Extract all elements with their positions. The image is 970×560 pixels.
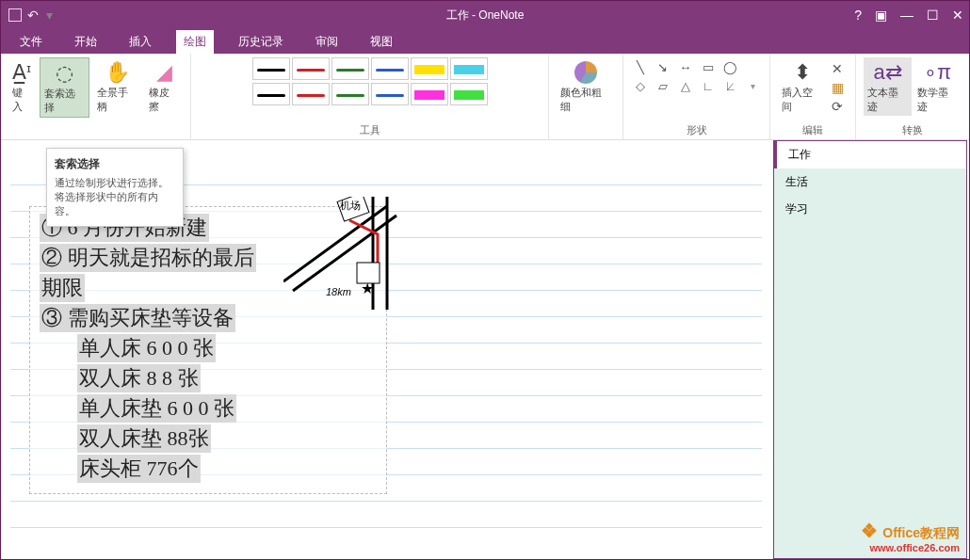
menu-bar: 文件 开始 插入 绘图 历史记录 审阅 视图: [1, 29, 969, 54]
group-convert-label: 转换: [902, 123, 923, 137]
rotate-icon[interactable]: ⟳: [832, 99, 844, 114]
note-line: 床头柜 776个: [77, 455, 201, 483]
sidebar-item-work[interactable]: 工作: [774, 141, 966, 168]
svg-line-1: [293, 216, 396, 291]
ribbon: A̲ᶦ 键入 ◌ 套索选择 ✋ 全景手柄 ◢ 橡皮擦: [1, 54, 969, 140]
note-line: 双人床垫 88张: [77, 424, 211, 453]
group-tools-label: 工具: [360, 123, 380, 137]
lasso-icon: ◌: [56, 60, 73, 87]
shape-ellipse[interactable]: ◯: [720, 57, 741, 76]
shape-diamond[interactable]: ◇: [630, 76, 651, 95]
arrange-icon[interactable]: ▦: [832, 80, 844, 95]
tooltip-body: 通过绘制形状进行选择。将选择形状中的所有内容。: [55, 177, 169, 216]
pen-red-2[interactable]: [292, 83, 330, 105]
hl-magenta[interactable]: [411, 83, 448, 105]
tab-view[interactable]: 视图: [363, 30, 400, 54]
note-line: ③ 需购买床垫等设备: [40, 304, 235, 332]
tab-draw[interactable]: 绘图: [176, 30, 214, 54]
note-line: 单人床 6 0 0 张: [77, 334, 216, 362]
gallery-more-icon[interactable]: ▾: [743, 76, 764, 95]
note-line: ② 明天就是招标的最后: [40, 244, 256, 272]
pen-blue-2[interactable]: [371, 83, 409, 105]
lasso-select-button[interactable]: ◌ 套索选择: [40, 57, 89, 118]
note-line: 期限: [40, 274, 85, 302]
ribbon-toggle-icon[interactable]: ▣: [875, 8, 887, 23]
hand-icon: ✋: [105, 59, 130, 86]
sidebar-item-study[interactable]: 学习: [774, 196, 966, 223]
qa-dropdown-icon[interactable]: ▾: [46, 8, 53, 23]
cursor-icon: A̲ᶦ: [12, 59, 32, 86]
delete-icon[interactable]: ✕: [832, 61, 844, 76]
hl-cyan[interactable]: [450, 57, 488, 80]
type-button[interactable]: A̲ᶦ 键入: [8, 57, 36, 116]
tab-file[interactable]: 文件: [12, 30, 50, 54]
shape-double-arrow[interactable]: ↔: [675, 57, 696, 76]
pan-button[interactable]: ✋ 全景手柄: [93, 57, 141, 116]
pen-row-1: [252, 57, 488, 80]
watermark: ❖ Office教程网 www.office26.com: [861, 520, 960, 553]
pen-green-2[interactable]: [331, 83, 369, 105]
tab-home[interactable]: 开始: [67, 30, 105, 54]
close-icon[interactable]: ✕: [952, 8, 963, 23]
group-edit-label: 编辑: [802, 123, 823, 137]
note-line: 单人床垫 6 0 0 张: [77, 394, 236, 423]
shape-axes3d[interactable]: ⟀: [720, 76, 741, 95]
hl-green[interactable]: [450, 83, 488, 105]
tab-review[interactable]: 审阅: [308, 30, 346, 54]
color-thickness-button[interactable]: 颜色和粗细: [557, 57, 615, 116]
window-title: 工作 - OneNote: [446, 8, 525, 24]
title-bar: ↶ ▾ 工作 - OneNote ? ▣ — ☐ ✕: [1, 1, 969, 29]
sketch-label-airport: 机场: [340, 199, 361, 213]
insert-space-icon: ⬍: [794, 59, 811, 86]
ink-to-math-button[interactable]: ∘π 数学墨迹: [913, 57, 962, 116]
notebook-sidebar: 工作 生活 学习: [773, 140, 967, 559]
insert-space-button[interactable]: ⬍ 插入空间: [778, 57, 826, 116]
hl-yellow[interactable]: [411, 57, 448, 80]
undo-icon[interactable]: ↶: [27, 8, 39, 23]
note-line: 双人床 8 8 张: [77, 364, 201, 392]
pen-green[interactable]: [331, 57, 369, 80]
app-icon: [8, 8, 22, 22]
ink-text-icon: a⇄: [873, 59, 901, 86]
shape-rect[interactable]: ▭: [698, 57, 719, 76]
tab-insert[interactable]: 插入: [121, 30, 159, 54]
pen-black[interactable]: [252, 57, 290, 80]
lasso-tooltip: 套索选择 通过绘制形状进行选择。将选择形状中的所有内容。: [46, 148, 184, 227]
minimize-icon[interactable]: —: [900, 8, 913, 23]
tooltip-title: 套索选择: [55, 156, 175, 172]
maximize-icon[interactable]: ☐: [927, 8, 939, 23]
eraser-icon: ◢: [156, 59, 172, 86]
sketch-star: ★: [361, 280, 374, 297]
shape-para[interactable]: ▱: [653, 76, 673, 95]
shape-arrow[interactable]: ↘: [653, 57, 673, 76]
pen-blue[interactable]: [371, 57, 409, 80]
ink-to-text-button[interactable]: a⇄ 文本墨迹: [864, 57, 912, 116]
sidebar-item-life[interactable]: 生活: [774, 168, 966, 196]
shape-triangle[interactable]: △: [675, 76, 696, 95]
ink-math-icon: ∘π: [924, 59, 951, 86]
sketch-distance: 18km: [326, 286, 351, 297]
group-shapes-label: 形状: [687, 123, 707, 137]
pie-icon: [574, 59, 597, 86]
shape-line[interactable]: ╲: [630, 57, 651, 76]
pen-black-2[interactable]: [252, 83, 290, 105]
tab-history[interactable]: 历史记录: [231, 30, 291, 54]
shape-axes2d[interactable]: ∟: [698, 76, 719, 95]
pen-red[interactable]: [292, 57, 330, 80]
eraser-button[interactable]: ◢ 橡皮擦: [145, 57, 183, 116]
help-icon[interactable]: ?: [854, 8, 862, 23]
pen-row-2: [252, 83, 488, 105]
